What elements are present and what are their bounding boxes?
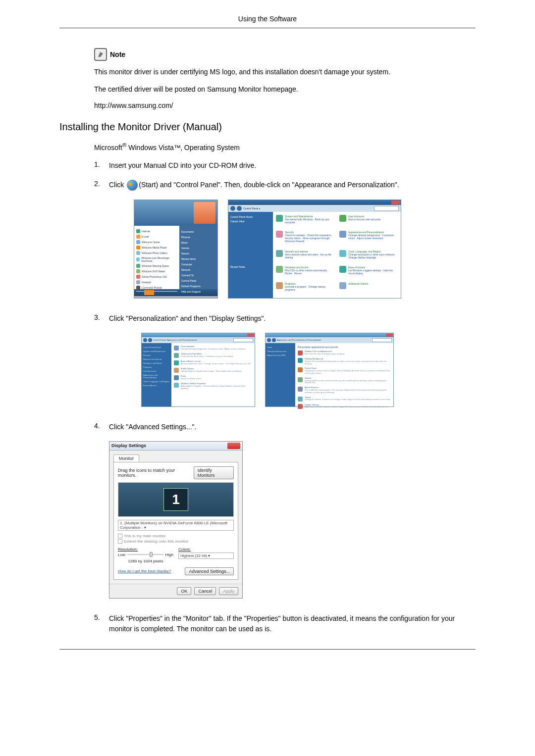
list-item: Ease of Access CenterAccommodate low vis… (174, 360, 252, 365)
list-item: Mouse PointersPick a different mouse poi… (298, 387, 391, 394)
note-label: Note (110, 50, 125, 58)
screenshot-appearance-panel: Control Panel ▸ Appearance and Personali… (141, 333, 255, 407)
resolution-value: 1280 by 1024 pixels (118, 559, 173, 563)
nav-item: Appearance and Personalization (143, 374, 170, 379)
start-menu-item: Adobe Photoshop CS2 (136, 275, 177, 279)
panel-heading: Personalize appearance and sounds (298, 346, 391, 349)
start-menu-right-item: Search (181, 252, 215, 255)
start-orb-icon (127, 180, 138, 191)
subheading: Microsoft® Windows Vista™‚ Operating Sys… (94, 142, 476, 151)
monitor-select: 1. (Multiple Monitors) on NVIDIA GeForce… (118, 520, 234, 531)
start-menu-item: Windows Photo Gallery (136, 251, 177, 255)
category-item: Clock, Language, and RegionChange keyboa… (339, 250, 398, 263)
forward-icon (237, 206, 242, 211)
start-menu-item: Windows DVD Maker (136, 269, 177, 273)
category-item: User AccountsAdd or remove user accounts (339, 215, 398, 228)
start-menu-item: Windows Live Messenger Download (136, 256, 177, 262)
screenshot-display-settings: Display Settings Monitor Drag the icons … (109, 441, 243, 599)
step-text-1: Insert your Manual CD into your CD-ROM d… (109, 160, 476, 171)
colors-label: Colors: (178, 547, 191, 552)
note-text-1: This monitor driver is under certifying … (94, 67, 476, 77)
apply-button: Apply (219, 587, 238, 595)
start-button-icon (144, 290, 154, 295)
start-menu-item: Internet (136, 229, 177, 233)
list-item: FontsInstall or remove a font (174, 375, 252, 380)
list-item: Desktop BackgroundChoose from available … (298, 358, 391, 365)
breadcrumb: Control Panel ▸ Appearance and Personali… (153, 339, 232, 341)
search-input (374, 206, 399, 211)
colors-select: Highest (32 bit) ▾ (178, 553, 234, 559)
help-link: How do I get the best display? (118, 569, 171, 573)
category-item: SecurityCheck for updates · Check this c… (276, 231, 334, 247)
nav-item: Tasks (267, 346, 294, 349)
back-icon (230, 206, 235, 211)
cancel-button: Cancel (194, 587, 216, 595)
start-menu-item: Notepad (136, 280, 177, 284)
checkbox-extend-desktop: Extend the desktop onto this monitor (118, 539, 234, 544)
nav-item: User Accounts (143, 370, 170, 372)
identify-monitors-button: Identify Monitors (194, 466, 234, 479)
nav-item: Security (143, 354, 170, 356)
resolution-slider (127, 554, 163, 555)
start-menu-right-item: Connect To (181, 274, 215, 277)
step-number-5: 5. (94, 613, 109, 634)
step-number-4: 4. (94, 422, 109, 432)
all-programs: ▸ All Programs (136, 291, 177, 297)
step-text-3: Click "Personalization" and then "Displa… (109, 313, 476, 324)
nav-footer-item: Recent Tasks (230, 265, 271, 268)
back-icon (267, 338, 271, 342)
note-text-2: The certified driver will be posted on S… (94, 84, 476, 95)
start-menu-right-item: Computer (181, 263, 215, 266)
nav-item: Clock, Language, and Region (143, 380, 170, 383)
step-number-2: 2. (94, 180, 109, 191)
checkbox-main-monitor: This is my main monitor (118, 534, 234, 538)
start-menu-right-item: Default Programs (181, 285, 215, 288)
user-avatar-icon (194, 202, 215, 224)
start-menu-right-item: Pictures (181, 236, 215, 239)
start-menu-right-item: Documents (181, 230, 215, 233)
close-icon (227, 443, 240, 449)
section-title: Installing the Monitor Driver (Manual) (59, 121, 476, 133)
close-icon (386, 334, 393, 337)
monitor-icon: 1 (163, 488, 188, 511)
start-menu-right-item: Control Panel (181, 279, 215, 282)
list-item: PersonalizationChange desktop background… (174, 346, 252, 351)
list-item: Display SettingsAdjust your monitor reso… (298, 404, 391, 409)
start-menu-item: Windows Media Player (136, 246, 177, 250)
list-item: Windows Sidebar PropertiesAdd gadgets to… (174, 383, 252, 390)
nav-item: Control Panel Home (143, 346, 170, 349)
step-text-4: Click "Advanced Settings...". (109, 422, 476, 432)
nav-item: System and Maintenance (143, 350, 170, 353)
category-item: Hardware and SoundPlay CDs or other medi… (276, 266, 334, 279)
nav-item: Programs (143, 366, 170, 368)
start-menu-item: Command Prompt (136, 286, 177, 290)
nav-item: Change desktop icons (267, 350, 294, 353)
search-input (233, 338, 253, 342)
ok-button: OK (177, 587, 191, 595)
forward-icon (148, 338, 152, 342)
breadcrumb: Control Panel ▸ (243, 207, 373, 210)
back-icon (143, 338, 147, 342)
list-item: Taskbar and Start MenuCustomize the Star… (174, 353, 252, 358)
category-item: System and MaintenanceGet started with W… (276, 215, 334, 228)
close-icon (247, 334, 254, 337)
resolution-label: Resolution: (118, 547, 138, 552)
nav-item: Hardware and Sound (143, 362, 170, 364)
category-item: Network and InternetView network status … (276, 250, 334, 263)
breadcrumb: Appearance and Personalization ▸ Persona… (277, 339, 371, 341)
forward-icon (272, 338, 276, 342)
category-item: Additional Options (339, 282, 398, 295)
divider-bottom (59, 649, 476, 650)
list-item: ThemeChange the theme. Themes can change… (298, 397, 391, 402)
advanced-settings-button: Advanced Settings... (185, 567, 234, 575)
nav-item: Ease of Access (143, 384, 170, 387)
list-item: Folder OptionsSpecify single- or double-… (174, 368, 252, 373)
nav-item: Adjust font size (DPI) (267, 354, 294, 356)
start-menu-right-item: Music (181, 241, 215, 244)
start-menu-item: Windows Meeting Space (136, 264, 177, 268)
screenshot-personalization-panel: Appearance and Personalization ▸ Persona… (265, 333, 394, 407)
drag-instruction: Drag the icons to match your monitors. (118, 468, 194, 478)
divider-top (59, 28, 476, 28)
list-item: Screen SaverChange your screen saver or … (298, 367, 391, 374)
nav-item: Control Panel Home (230, 215, 271, 218)
